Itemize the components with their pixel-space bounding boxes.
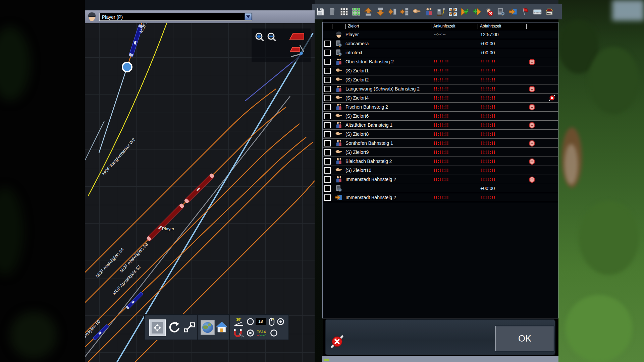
stop-clock-icon[interactable]	[528, 85, 536, 93]
track-yellow-rangiermarker[interactable]	[88, 23, 167, 196]
row-arrival-time[interactable]: !!:!!:!!	[431, 140, 478, 146]
stop-clock-icon[interactable]	[528, 139, 536, 147]
waypoint-marker[interactable]	[123, 63, 131, 71]
row-arrival-time[interactable]: !!:!!:!!	[431, 149, 478, 155]
row-arrival-time[interactable]: !!:!!:!!	[431, 131, 478, 137]
stop-clock-icon[interactable]	[528, 103, 536, 111]
row-checkbox[interactable]	[324, 176, 331, 183]
row-checkbox[interactable]	[324, 167, 331, 174]
save-icon[interactable]	[315, 7, 324, 16]
timetable-row[interactable]: (S) Zielort8 !!:!!:!! !!:!!:!!	[323, 130, 558, 139]
row-arrival-time[interactable]: !!:!!:!!	[431, 113, 478, 119]
row-arrival-time[interactable]: !!:!!:!!	[431, 195, 478, 200]
add-service-forward-icon[interactable]	[460, 7, 469, 16]
cancel-marker-icon[interactable]	[548, 94, 556, 102]
grid-size-box[interactable]: 18	[256, 318, 266, 325]
row-arrival-time[interactable]: !!:!!:!!	[431, 159, 478, 164]
row-departure-time[interactable]: 12:57:00	[478, 32, 526, 37]
row-departure-time[interactable]: !!:!!:!!	[478, 86, 526, 92]
row-arrival-time[interactable]: !!:!!:!!	[431, 86, 478, 92]
row-checkbox[interactable]	[324, 68, 331, 74]
collapse-arrows-icon[interactable]	[448, 7, 457, 16]
row-checkbox[interactable]	[324, 95, 331, 101]
timetable-row[interactable]: Sonthofen Bahnsteig 1 !!:!!:!! !!:!!:!!	[323, 139, 558, 148]
row-departure-time[interactable]: !!:!!:!!	[478, 68, 526, 73]
row-departure-time[interactable]: !!:!!:!!	[478, 159, 526, 164]
magnet-snap-radio[interactable]	[247, 329, 254, 337]
consist-selector-dropdown-button[interactable]	[245, 13, 252, 20]
row-departure-time[interactable]: !!:!!:!!	[478, 140, 526, 146]
row-departure-time[interactable]: !!:!!:!!	[478, 77, 526, 82]
track-sidings-orange[interactable]	[85, 23, 315, 362]
timetable-row[interactable]: (S) Zielort9 !!:!!:!! !!:!!:!!	[323, 148, 558, 157]
row-arrival-time[interactable]: !!:!!:!!	[431, 177, 478, 182]
row-departure-time[interactable]: !!:!!:!!	[478, 149, 526, 155]
row-departure-time[interactable]: !!:!!:!!	[478, 104, 526, 110]
home-view-button[interactable]	[215, 320, 229, 334]
station-marquee-icon[interactable]	[545, 7, 554, 16]
track-spur-lightblue[interactable]	[99, 67, 127, 153]
row-checkbox[interactable]	[324, 113, 331, 119]
row-departure-time[interactable]: !!:!!:!!	[478, 113, 526, 119]
blue-consist-bottom[interactable]	[126, 292, 143, 309]
marker-link-tool-icon[interactable]	[288, 43, 307, 58]
passengers-icon[interactable]	[424, 7, 433, 16]
row-checkbox[interactable]	[324, 149, 331, 156]
timetable-grid-active-icon[interactable]	[352, 7, 361, 16]
row-checkbox[interactable]	[324, 41, 331, 47]
row-departure-time[interactable]: !!:!!:!!	[478, 59, 526, 64]
timetable-row[interactable]: (S) Zielort4 !!:!!:!! !!:!!:!!	[323, 94, 558, 103]
row-arrival-time[interactable]: !!:!!:!!	[431, 104, 478, 110]
row-checkbox[interactable]	[324, 77, 331, 83]
timetable-row[interactable]: Player --:--:-- 12:57:00	[323, 30, 558, 39]
remove-driver-icon[interactable]	[484, 7, 493, 16]
stop-clock-icon[interactable]	[528, 176, 536, 183]
mouse-snap-radio[interactable]	[277, 318, 284, 325]
timetable-row[interactable]: (S) Zielort10 !!:!!:!! !!:!!:!!	[323, 166, 558, 175]
row-checkbox[interactable]	[324, 59, 331, 65]
row-departure-time[interactable]: !!:!!:!!	[478, 177, 526, 182]
player-consist-car2[interactable]	[184, 173, 214, 203]
row-arrival-time[interactable]: !!:!!:!!	[431, 95, 478, 101]
row-departure-time[interactable]: !!:!!:!!	[478, 168, 526, 173]
row-arrival-time[interactable]: --:--:--	[431, 32, 478, 37]
row-checkbox[interactable]	[324, 131, 331, 137]
row-checkbox[interactable]	[324, 158, 331, 165]
move-up-icon[interactable]	[364, 7, 373, 16]
delete-icon[interactable]	[327, 7, 336, 16]
player-consist-car1[interactable]	[146, 203, 184, 241]
stop-clock-icon[interactable]	[528, 58, 536, 65]
row-checkbox[interactable]	[324, 50, 331, 56]
track-mainline-lightblue[interactable]	[117, 33, 313, 362]
insert-after-icon[interactable]	[388, 7, 397, 16]
consist-selector[interactable]: Player (P)	[99, 13, 252, 21]
version-radio[interactable]	[270, 329, 277, 337]
row-arrival-time[interactable]: !!:!!:!!	[431, 122, 478, 128]
ok-button[interactable]: OK	[495, 326, 554, 351]
row-arrival-time[interactable]: !!:!!:!!	[431, 59, 478, 64]
stop-clock-icon[interactable]	[528, 158, 536, 165]
scale-tool-button[interactable]	[182, 319, 197, 335]
timetable-row[interactable]: (S) Zielort1 !!:!!:!! !!:!!:!!	[323, 66, 558, 75]
track-map[interactable]: MOF A MOF Rangiermarker W2 MOF Abstellgl…	[85, 23, 315, 362]
keyboard-icon[interactable]	[533, 7, 542, 16]
row-checkbox[interactable]	[324, 104, 331, 110]
marker-tool-icon[interactable]	[288, 31, 306, 41]
flag-icon[interactable]	[521, 7, 530, 16]
row-checkbox[interactable]	[324, 86, 331, 92]
timetable-row[interactable]: Immenstadt Bahnsteig 2 !!:!!:!! !!:!!:!!	[323, 193, 558, 202]
row-checkbox[interactable]	[324, 185, 331, 192]
timetable-row[interactable]: Fischen Bahnsteig 2 !!:!!:!! !!:!!:!!	[323, 103, 558, 112]
insert-before-icon[interactable]	[400, 7, 409, 16]
timetable-grid-icon[interactable]	[339, 7, 348, 16]
timetable-row[interactable]: Immenstadt Bahnsteig 2 !!:!!:!! !!:!!:!!	[323, 175, 558, 184]
timetable-row[interactable]: Oberstdorf Bahnsteig 2 !!:!!:!! !!:!!:!!	[323, 57, 558, 66]
timetable-row[interactable]: (S) Zielort6 !!:!!:!! !!:!!:!!	[323, 112, 558, 121]
row-checkbox[interactable]	[324, 194, 331, 201]
row-departure-time[interactable]: !!:!!:!!	[478, 95, 526, 101]
row-departure-time[interactable]: !!:!!:!!	[478, 122, 526, 128]
service-properties-icon[interactable]	[496, 7, 505, 16]
timetable-row[interactable]: introtext +00:00	[323, 48, 558, 57]
zoom-in-icon[interactable]	[254, 32, 266, 43]
row-arrival-time[interactable]: !!:!!:!!	[431, 168, 478, 173]
